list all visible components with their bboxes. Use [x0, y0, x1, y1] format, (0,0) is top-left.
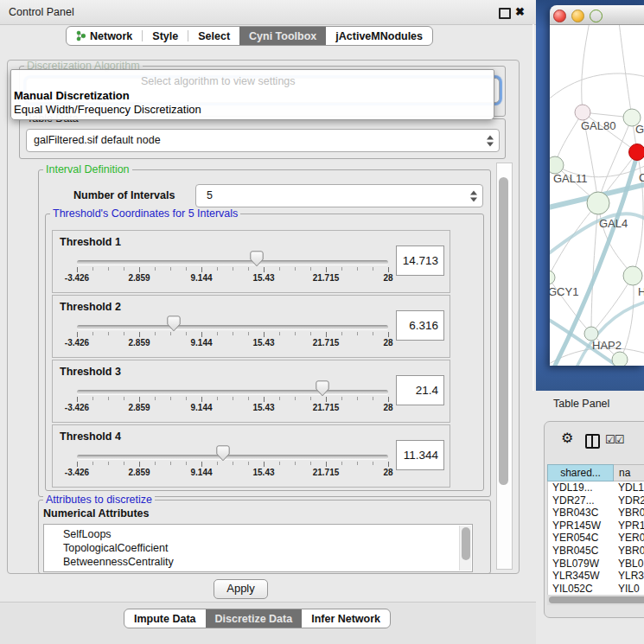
slider-track [77, 325, 388, 329]
threshold-4-slider[interactable] [77, 448, 388, 469]
threshold-1-slider[interactable] [77, 253, 388, 274]
table-row[interactable]: YLR345WYLR3 [548, 570, 644, 583]
table-data-combobox[interactable]: galFiltered.sif default node [26, 129, 500, 152]
panel-title: Control Panel [9, 0, 74, 24]
node-gal4[interactable] [587, 192, 609, 214]
close-icon[interactable]: ✖ [515, 5, 525, 18]
node-gal80[interactable] [575, 105, 590, 120]
list-scrollbar[interactable] [459, 526, 471, 571]
tick-label: -3.426 [42, 338, 112, 348]
tab-infer-network[interactable]: Infer Network [302, 609, 390, 628]
tick-label: 2.859 [105, 403, 174, 412]
option-manual-discretization[interactable]: Manual Discretization [14, 89, 130, 102]
column-header-shared-name[interactable]: shared... [547, 464, 614, 481]
tab-select-label: Select [198, 30, 230, 42]
node-table: shared... na YDL19...YDL1 YDR27...YDR2 Y… [547, 464, 644, 605]
numerical-attributes-list[interactable]: SelfLoops TopologicalCoefficient Between… [43, 524, 473, 572]
panel-scrollbar[interactable] [496, 163, 513, 570]
tab-cyni-toolbox[interactable]: Cyni Toolbox [239, 27, 326, 45]
table-row[interactable]: YPR145WYPR1 [548, 520, 644, 532]
table-row[interactable]: YDR27...YDR2 [548, 494, 644, 507]
combo-stepper-icon [470, 190, 478, 201]
table-horizontal-scrollbar[interactable] [547, 595, 644, 605]
table-body[interactable]: YDL19...YDL1 YDR27...YDR2 YBR043CYBR0 YP… [547, 481, 644, 595]
node-label-partial: C [639, 171, 644, 184]
list-item[interactable]: BetweennessCentrality [44, 555, 472, 569]
table-hscrollbar-thumb[interactable] [549, 596, 644, 603]
cell: YDR2 [613, 494, 644, 507]
minimize-traffic-light-icon[interactable] [571, 10, 584, 22]
control-panel-titlebar: Control Panel ✖ [0, 0, 536, 25]
network-window-titlebar[interactable] [550, 5, 644, 25]
tick-label: 2.859 [105, 468, 174, 477]
cell: YIL0 [613, 583, 644, 595]
threshold-3-label: Threshold 3 [60, 366, 121, 378]
float-window-icon[interactable] [499, 8, 511, 19]
checkbox-icons[interactable]: ☑☑ [605, 433, 623, 446]
network-window[interactable]: GAL80 G C GAL11 GAL4 GCY1 H HAP2 [550, 5, 644, 366]
node-label-hap2: HAP2 [592, 339, 622, 352]
threshold-1-value-field[interactable]: 14.713 [396, 245, 444, 276]
table-row[interactable]: YBR043CYBR0 [548, 507, 644, 520]
threshold-4-value-field[interactable]: 11.344 [396, 440, 444, 470]
node-gal11[interactable] [550, 156, 564, 174]
list-item[interactable]: TopologicalCoefficient [44, 541, 472, 555]
panel-scrollbar-thumb[interactable] [499, 177, 508, 485]
node-selected-red[interactable] [629, 144, 644, 161]
table-row[interactable]: YER054CYER0 [548, 532, 644, 545]
threshold-3-slider[interactable] [77, 383, 388, 404]
tab-jactivemnodules[interactable]: jActiveMNodules [326, 27, 432, 45]
number-of-intervals-combobox[interactable]: 5 [195, 184, 483, 207]
node-label-partial: G [635, 123, 644, 136]
apply-button[interactable]: Apply [214, 579, 268, 599]
table-row[interactable]: YDL19...YDL1 [548, 481, 644, 494]
tab-select[interactable]: Select [188, 27, 239, 45]
table-row[interactable]: YBL079WYBL0 [548, 558, 644, 571]
panel-splitter[interactable] [532, 24, 534, 391]
tab-discretize-data[interactable]: Discretize Data [206, 609, 303, 628]
threshold-2-slider[interactable] [77, 318, 388, 339]
slider-handle[interactable] [167, 316, 181, 332]
split-columns-icon[interactable] [585, 434, 600, 449]
table-panel-region: Table Panel ⚙ ☑☑ shared... na YDL19...YD… [536, 391, 644, 644]
table-row[interactable]: YBR045CYBR0 [548, 545, 644, 558]
tab-network[interactable]: Network [67, 27, 142, 45]
slider-handle[interactable] [216, 445, 230, 462]
cell: YDL1 [613, 481, 644, 494]
cell: YBL079W [548, 558, 613, 571]
node-label-gal11: GAL11 [553, 172, 588, 185]
tick-label: 2.859 [105, 273, 174, 283]
close-traffic-light-icon[interactable] [553, 10, 566, 22]
zoom-traffic-light-icon[interactable] [590, 10, 603, 22]
gear-icon[interactable]: ⚙ [561, 430, 573, 446]
algorithm-prompt: Select algorithm to view settings [141, 75, 296, 87]
slider-handle[interactable] [250, 251, 264, 267]
cyni-bottom-tabs: Impute Data Discretize Data Infer Networ… [124, 609, 391, 628]
network-canvas[interactable]: GAL80 G C GAL11 GAL4 GCY1 H HAP2 [550, 25, 644, 366]
slider-handle[interactable] [316, 380, 329, 397]
tab-style[interactable]: Style [143, 27, 188, 45]
list-item[interactable]: SelfLoops [44, 525, 472, 541]
column-header-name[interactable]: na [614, 464, 644, 481]
cell: YBR0 [613, 545, 644, 558]
option-equal-width-frequency[interactable]: Equal Width/Frequency Discretization [14, 103, 201, 116]
number-of-intervals-label: Number of Intervals [73, 189, 175, 201]
table-row[interactable]: YIL052CYIL0 [548, 583, 644, 595]
slider-major-ticks [77, 397, 389, 402]
tab-impute-data[interactable]: Impute Data [124, 609, 206, 628]
cell: YIL052C [548, 583, 613, 595]
tick-label: 9.144 [167, 273, 236, 283]
threshold-2-value-field[interactable]: 6.316 [396, 310, 444, 341]
algorithm-dropdown-popup: Select algorithm to view settings Manual… [10, 69, 494, 120]
cell: YPR145W [548, 520, 613, 532]
tab-network-label: Network [90, 30, 132, 42]
threshold-3-value-field[interactable]: 21.4 [396, 375, 444, 405]
list-scrollbar-thumb[interactable] [462, 527, 470, 560]
node-bottom[interactable] [612, 352, 628, 366]
cell: YER054C [548, 532, 613, 545]
tick-label: 21.715 [291, 273, 360, 283]
node-gcy1[interactable] [550, 271, 555, 284]
attributes-title: Attributes to discretize [43, 494, 155, 506]
node-right-mid[interactable] [623, 266, 642, 285]
cell: YLR345W [548, 570, 613, 583]
